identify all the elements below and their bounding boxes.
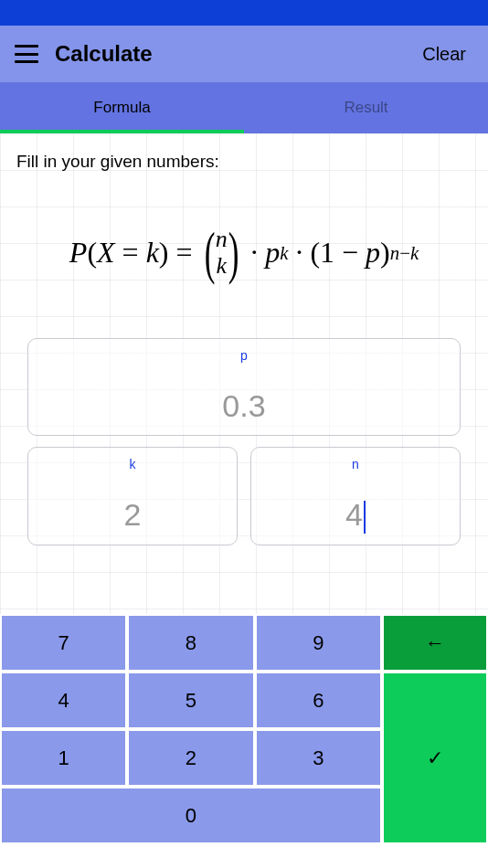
input-n-label: n xyxy=(262,457,449,471)
input-k-value: 2 xyxy=(39,497,226,533)
backspace-icon: ← xyxy=(425,631,445,655)
bottom-bar xyxy=(0,844,488,868)
input-k-label: k xyxy=(39,457,226,471)
input-group: p 0.3 k 2 n 4 xyxy=(16,338,472,545)
tab-formula[interactable]: Formula xyxy=(0,82,244,133)
menu-icon[interactable] xyxy=(15,45,38,63)
input-n[interactable]: n 4 xyxy=(250,447,461,545)
key-3[interactable]: 3 xyxy=(257,731,380,785)
tab-indicator xyxy=(0,130,244,133)
clear-button[interactable]: Clear xyxy=(415,40,473,69)
key-1[interactable]: 1 xyxy=(2,731,125,785)
key-5[interactable]: 5 xyxy=(129,673,252,727)
status-bar xyxy=(0,0,488,26)
input-n-value: 4 xyxy=(262,497,449,534)
instruction-text: Fill in your given numbers: xyxy=(16,152,472,172)
keypad: 7 8 9 ← 4 5 6 ✓ 1 2 3 0 xyxy=(0,614,488,844)
page-title: Calculate xyxy=(55,41,415,67)
check-icon: ✓ xyxy=(427,746,443,770)
input-p-label: p xyxy=(39,348,449,363)
key-4[interactable]: 4 xyxy=(2,673,125,727)
app-header: Calculate Clear xyxy=(0,26,488,82)
content-area: Fill in your given numbers: P(X = k) = (… xyxy=(0,133,488,616)
key-enter[interactable]: ✓ xyxy=(384,673,486,842)
key-2[interactable]: 2 xyxy=(129,731,252,785)
tab-result[interactable]: Result xyxy=(244,82,488,133)
key-6[interactable]: 6 xyxy=(257,673,380,727)
key-backspace[interactable]: ← xyxy=(384,616,486,670)
input-k[interactable]: k 2 xyxy=(27,447,238,545)
key-7[interactable]: 7 xyxy=(2,616,125,670)
input-p-value: 0.3 xyxy=(39,388,449,424)
input-p[interactable]: p 0.3 xyxy=(27,338,461,436)
key-0[interactable]: 0 xyxy=(2,789,380,842)
formula-display: P(X = k) = (nk) · pk · (1 − p)n−k xyxy=(16,227,472,279)
key-9[interactable]: 9 xyxy=(257,616,380,670)
tab-bar: Formula Result xyxy=(0,82,488,133)
key-8[interactable]: 8 xyxy=(129,616,252,670)
